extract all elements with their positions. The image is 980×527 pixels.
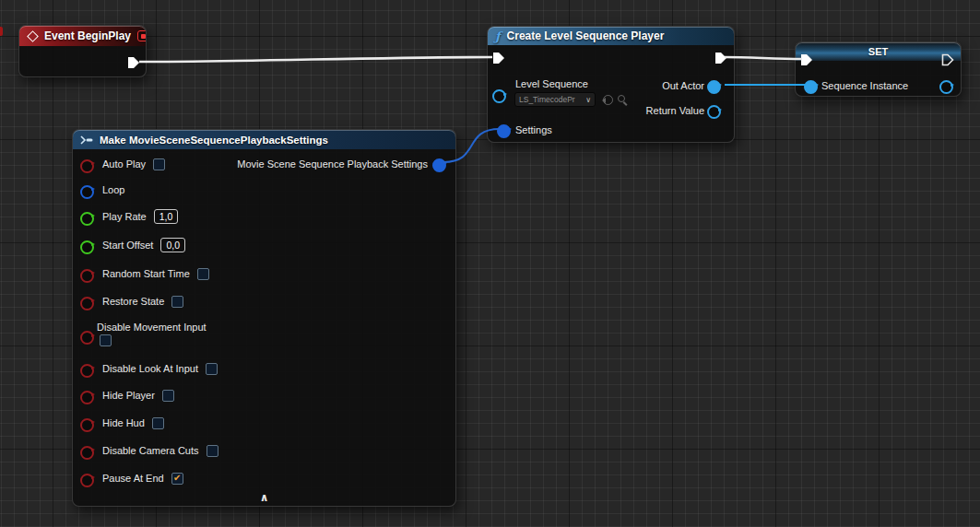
pin-row-auto-play: Auto Play [80, 156, 165, 172]
asset-dropdown-value: LS_TimecodePr [519, 95, 583, 104]
pin-label: Restore State [102, 296, 164, 307]
exec-input-pin[interactable] [800, 53, 813, 66]
restore-state-checkbox[interactable] [171, 296, 183, 308]
delegate-pin-icon[interactable] [137, 30, 146, 41]
pin-label: Auto Play [102, 158, 146, 170]
node-title: SET [868, 46, 888, 57]
node-event-beginplay[interactable]: Event BeginPlay [18, 25, 147, 77]
hide-player-checkbox[interactable] [162, 390, 174, 402]
blueprint-graph-canvas[interactable]: Event BeginPlay ƒ Create Level Sequence … [0, 0, 980, 527]
wire-exec-create-to-set[interactable] [725, 57, 802, 59]
pause-at-end-input-pin[interactable] [80, 473, 95, 485]
function-icon: ƒ [495, 29, 501, 43]
pin-label: Hide Player [102, 390, 155, 401]
hide-hud-checkbox[interactable] [152, 417, 164, 429]
level-sequence-input-pin[interactable] [492, 88, 507, 100]
make-node-header[interactable]: Make MovieSceneSequencePlaybackSettings [73, 130, 455, 149]
pin-row-start-offset: Start Offset 0,0 [80, 237, 185, 253]
disable-movement-input-pin[interactable] [80, 330, 95, 342]
pin-label: Loop [102, 184, 124, 195]
disable-camera-cuts-input-pin[interactable] [80, 445, 95, 457]
node-set-variable[interactable]: SET Sequence Instance [795, 41, 962, 97]
playback-settings-output-pin[interactable] [432, 158, 447, 170]
pin-row-disable-look-at-input: Disable Look At Input [80, 360, 218, 377]
disable-movement-input-checkbox[interactable] [100, 334, 112, 346]
collapse-advanced-pins-button[interactable]: ∧ [260, 492, 269, 503]
play-rate-field[interactable]: 1,0 [154, 209, 179, 224]
disable-camera-cuts-checkbox[interactable] [207, 445, 218, 457]
random-start-time-checkbox[interactable] [197, 268, 209, 280]
node-title: Create Level Sequence Player [507, 29, 665, 42]
pin-label: Disable Look At Input [102, 363, 198, 374]
play-rate-input-pin[interactable] [80, 211, 95, 223]
wire-exec-beginplay-to-create[interactable] [139, 57, 492, 62]
use-selected-asset-icon[interactable] [603, 95, 613, 105]
pin-label-return-value: Return Value [646, 105, 704, 116]
pin-row-play-rate: Play Rate 1,0 [80, 208, 178, 225]
event-node-header[interactable]: Event BeginPlay [19, 26, 146, 46]
disable-look-at-input-pin[interactable] [80, 363, 95, 375]
browse-asset-icon[interactable] [618, 95, 625, 102]
pin-row-disable-camera-cuts: Disable Camera Cuts [80, 442, 218, 459]
pin-label: Play Rate [102, 211, 147, 222]
out-actor-output-pin[interactable] [707, 79, 722, 91]
hide-hud-input-pin[interactable] [80, 417, 95, 429]
pin-label-sequence-instance: Sequence Instance [821, 80, 908, 91]
pin-label: Hide Hud [102, 417, 145, 428]
pin-label: Pause At End [102, 473, 164, 484]
hide-player-input-pin[interactable] [80, 390, 95, 402]
node-create-level-sequence-player[interactable]: ƒ Create Level Sequence Player Level Seq… [487, 26, 735, 143]
pin-row-restore-state: Restore State [80, 293, 183, 310]
pin-row-hide-hud: Hide Hud [80, 415, 164, 431]
make-struct-icon [80, 135, 93, 145]
exec-output-pin[interactable] [714, 52, 727, 64]
restore-state-input-pin[interactable] [80, 296, 95, 308]
auto-play-checkbox[interactable] [153, 158, 165, 170]
pin-label: Disable Movement Input [97, 322, 207, 333]
function-node-header[interactable]: ƒ Create Level Sequence Player [488, 27, 734, 45]
random-start-time-input-pin[interactable] [80, 268, 95, 280]
loop-input-pin[interactable] [80, 184, 95, 196]
return-value-output-pin[interactable] [707, 104, 722, 116]
auto-play-input-pin[interactable] [80, 158, 95, 170]
pin-label-settings: Settings [515, 124, 552, 135]
pause-at-end-checkbox[interactable]: ✔ [171, 473, 183, 485]
settings-input-pin[interactable] [497, 123, 512, 135]
sequence-instance-output-pin[interactable] [939, 79, 954, 91]
pin-label-level-sequence: Level Sequence [515, 78, 588, 89]
pin-label: Random Start Time [102, 268, 190, 279]
pin-label-playback-settings-output: Movie Scene Sequence Playback Settings [237, 158, 428, 170]
node-make-playback-settings[interactable]: Make MovieSceneSequencePlaybackSettings … [72, 129, 456, 507]
pin-label-out-actor: Out Actor [662, 80, 704, 91]
disable-look-at-input-checkbox[interactable] [206, 363, 218, 375]
offscreen-node-fragment [0, 27, 3, 36]
exec-output-pin[interactable] [127, 56, 140, 69]
exec-input-pin[interactable] [492, 52, 505, 64]
pin-row-pause-at-end: Pause At End ✔ [80, 470, 183, 486]
node-title: Make MovieSceneSequencePlaybackSettings [100, 135, 328, 146]
pin-label: Disable Camera Cuts [102, 445, 199, 456]
level-sequence-asset-dropdown[interactable]: LS_TimecodePr ∨ [514, 92, 596, 107]
start-offset-field[interactable]: 0,0 [160, 238, 185, 252]
start-offset-input-pin[interactable] [80, 240, 95, 252]
pin-label: Start Offset [102, 240, 153, 251]
chevron-down-icon: ∨ [585, 96, 591, 104]
sequence-instance-input-pin[interactable] [804, 79, 819, 91]
exec-output-pin[interactable] [941, 53, 954, 66]
node-title: Event BeginPlay [44, 29, 131, 42]
pin-row-loop: Loop [80, 182, 124, 198]
pin-row-hide-player: Hide Player [80, 387, 174, 404]
set-node-header[interactable]: SET [796, 42, 961, 61]
pin-row-random-start-time: Random Start Time [80, 265, 209, 282]
event-diamond-icon [27, 30, 38, 41]
